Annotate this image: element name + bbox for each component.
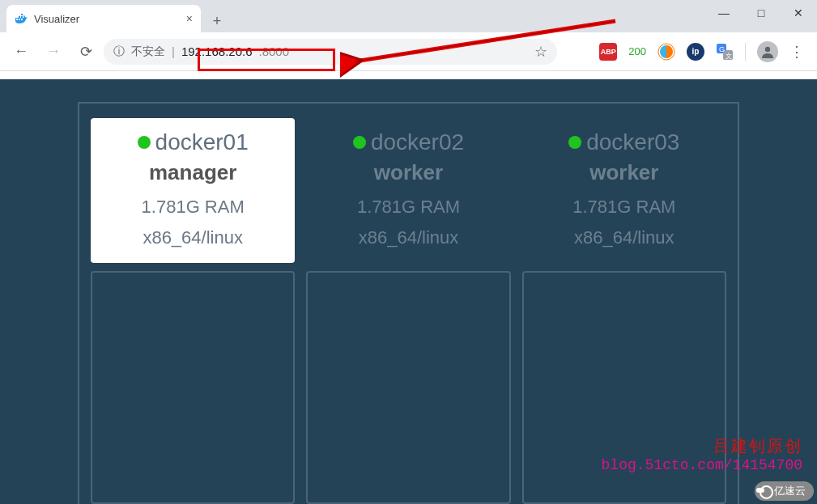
reload-button[interactable]: ⟳ [71,37,100,66]
extension-icons: ABP 200 ip G文 ⋮ [599,41,811,62]
omnibox-divider: | [172,44,175,58]
node-ram: 1.781G RAM [313,197,504,218]
adblock-extension-icon[interactable]: ABP [599,43,617,61]
tab-strip: Visualizer × + — □ ✕ [0,0,817,32]
url-host: 192.168.20.6 [181,44,253,58]
forward-button: → [39,37,68,66]
ip-extension-icon[interactable]: ip [687,43,704,61]
node-column: docker01 manager 1.781G RAM x86_64/linux [91,118,295,504]
kebab-menu-icon[interactable]: ⋮ [789,43,804,61]
status-dot-icon [568,136,581,149]
whale-favicon [15,12,28,25]
node-name: docker02 [371,129,464,155]
bookmark-star-icon[interactable]: ☆ [534,43,547,61]
svg-point-5 [765,46,770,51]
status-extension-icon[interactable]: 200 [628,45,646,57]
watermark: 吕建钊原创 blog.51cto.com/14154700 [602,435,802,473]
corner-badge: 亿速云 [755,481,814,501]
container-slot [91,271,295,504]
site-info-icon[interactable]: ⓘ [113,44,125,59]
insecure-label: 不安全 [131,44,165,59]
profile-avatar[interactable] [757,41,778,62]
node-arch: x86_64/linux [97,227,288,248]
node-arch: x86_64/linux [313,227,504,248]
maximize-button[interactable]: □ [743,0,780,26]
status-dot-icon [138,136,151,149]
node-card-docker01[interactable]: docker01 manager 1.781G RAM x86_64/linux [91,118,295,263]
svg-text:文: 文 [726,53,732,60]
status-dot-icon [353,136,366,149]
node-ram: 1.781G RAM [97,197,288,218]
watermark-url: blog.51cto.com/14154700 [602,457,802,473]
tab-title: Visualizer [34,13,79,25]
svg-text:G: G [719,45,725,53]
node-role: worker [529,160,720,185]
back-button[interactable]: ← [6,37,36,66]
minimize-button[interactable]: — [705,0,743,26]
page-viewport: docker01 manager 1.781G RAM x86_64/linux… [0,79,817,504]
node-role: worker [313,160,504,185]
avast-extension-icon[interactable] [657,43,675,61]
node-ram: 1.781G RAM [529,197,720,218]
window-controls: — □ ✕ [705,0,817,32]
container-slot [306,271,510,504]
node-name: docker01 [155,129,249,155]
google-translate-icon[interactable]: G文 [716,43,734,61]
node-card-docker03[interactable]: docker03 worker 1.781G RAM x86_64/linux [522,118,726,263]
address-bar[interactable]: ⓘ 不安全 | 192.168.20.6:8000 ☆ [104,39,557,65]
corner-badge-label: 亿速云 [774,484,806,498]
browser-tab[interactable]: Visualizer × [6,5,201,32]
cloud-icon [756,488,764,493]
watermark-title: 吕建钊原创 [602,435,802,457]
node-column: docker02 worker 1.781G RAM x86_64/linux [306,118,510,504]
url-port: :8000 [259,44,290,58]
node-card-docker02[interactable]: docker02 worker 1.781G RAM x86_64/linux [306,118,510,263]
toolbar-separator [745,43,746,61]
node-name: docker03 [586,129,679,155]
browser-toolbar: ← → ⟳ ⓘ 不安全 | 192.168.20.6:8000 ☆ ABP 20… [0,32,817,71]
node-role: manager [97,160,288,185]
close-window-button[interactable]: ✕ [780,0,817,26]
node-arch: x86_64/linux [529,227,720,248]
new-tab-button[interactable]: + [206,10,228,32]
close-tab-icon[interactable]: × [186,12,193,25]
